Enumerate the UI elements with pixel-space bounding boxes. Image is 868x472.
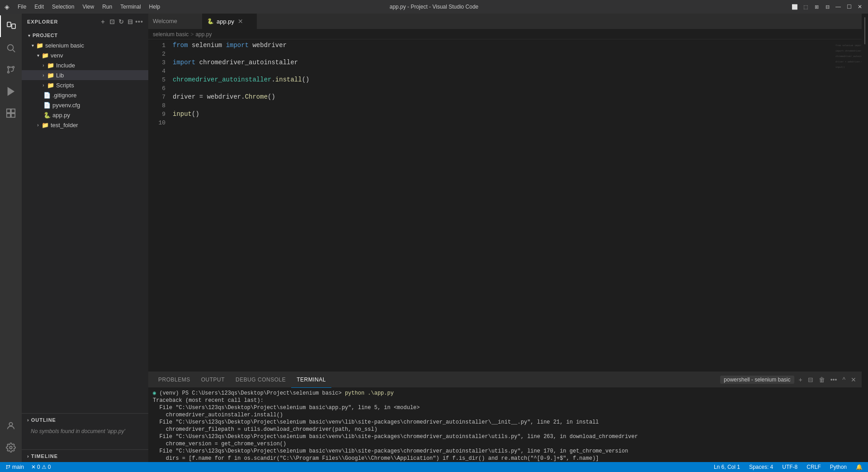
activity-search[interactable] <box>0 37 22 59</box>
app-py-tab-label: app.py <box>217 18 234 25</box>
file-tree: ▾ PROJECT ▾ 📁 selenium basic ▾ 📁 venv › … <box>22 29 148 413</box>
layout-btn2[interactable]: ⬚ <box>802 3 809 10</box>
scripts-expand-icon: › <box>40 83 47 88</box>
tab-app-py[interactable]: 🐍 app.py ✕ <box>203 14 257 29</box>
layout-btn[interactable]: ⬜ <box>791 3 798 10</box>
code-content[interactable]: from selenium import webdriver import ch… <box>171 39 835 372</box>
sidebar-header: EXPLORER + ⊡ ↻ ⊟ ••• <box>22 14 148 29</box>
code-line-9: input() <box>171 110 835 119</box>
svg-rect-9 <box>11 109 15 113</box>
tree-item-venv[interactable]: ▾ 📁 venv <box>22 50 148 60</box>
git-branch-item[interactable]: main <box>4 462 26 472</box>
code-editor[interactable]: 1 2 3 4 5 6 7 8 9 10 from selenium impor… <box>148 39 862 372</box>
maximize-btn[interactable]: ☐ <box>845 3 853 10</box>
menu-terminal[interactable]: Terminal <box>117 3 144 11</box>
tree-item-lib[interactable]: › 📁 Lib <box>22 70 148 80</box>
panel-tab-debug[interactable]: DEBUG CONSOLE <box>230 372 291 388</box>
folder-icon: 📁 <box>36 42 43 49</box>
split-terminal-btn[interactable]: ⊟ <box>807 375 814 384</box>
tree-item-scripts[interactable]: › 📁 Scripts <box>22 80 148 90</box>
panel-more-btn[interactable]: ••• <box>830 375 838 384</box>
status-right: Ln 6, Col 1 Spaces: 4 UTF-8 CRLF Python … <box>712 462 864 472</box>
git-icon <box>5 464 11 470</box>
tab-close-btn[interactable]: ✕ <box>237 17 244 26</box>
new-file-btn[interactable]: + <box>99 18 107 25</box>
warnings-count: 0 <box>48 464 51 470</box>
spaces-item[interactable]: Spaces: 4 <box>747 462 775 472</box>
panel-close-btn[interactable]: ✕ <box>850 375 857 384</box>
outline-empty-message: No symbols found in document 'app.py' <box>31 428 125 434</box>
timeline-section: › TIMELINE <box>22 449 148 462</box>
collapse-btn[interactable]: ⊟ <box>127 18 134 25</box>
cursor-position: Ln 6, Col 1 <box>714 464 740 470</box>
panel-tab-terminal[interactable]: TERMINAL <box>291 372 331 388</box>
tab-welcome[interactable]: Welcome <box>148 14 203 29</box>
breadcrumb-app-py[interactable]: app.py <box>195 31 212 38</box>
activity-explorer[interactable] <box>0 15 22 37</box>
svg-point-5 <box>13 67 14 68</box>
line-num-4: 4 <box>148 67 165 76</box>
panel-expand-btn[interactable]: ^ <box>841 375 846 384</box>
window-title: app.py - Project - Visual Studio Code <box>390 4 479 10</box>
close-btn[interactable]: ✕ <box>856 3 863 10</box>
pyvenv-label: pyvenv.cfg <box>52 102 80 109</box>
line-ending-item[interactable]: CRLF <box>805 462 822 472</box>
layout-btn4[interactable]: ⊟ <box>824 3 831 10</box>
folder-icon-venv: 📁 <box>42 52 49 59</box>
svg-point-13 <box>9 446 12 449</box>
terminal-line-1: ◉ (venv) PS C:\Users\123qs\Desktop\Proje… <box>153 390 857 397</box>
include-label: Include <box>56 62 75 69</box>
activity-run-debug[interactable] <box>0 81 22 102</box>
more-actions-btn[interactable]: ••• <box>136 18 143 25</box>
panel-tabs: PROBLEMS OUTPUT DEBUG CONSOLE TERMINAL p… <box>148 372 862 388</box>
refresh-btn[interactable]: ↻ <box>118 18 125 25</box>
tree-item-include[interactable]: › 📁 Include <box>22 60 148 70</box>
code-line-8 <box>171 101 835 110</box>
outline-expand-icon: › <box>27 417 29 423</box>
terminal-content[interactable]: ◉ (venv) PS C:\Users\123qs\Desktop\Proje… <box>148 388 862 462</box>
new-folder-btn[interactable]: ⊡ <box>108 18 116 25</box>
terminal-text-9: File "C:\Users\123qs\Desktop\Project\sel… <box>153 448 628 454</box>
project-heading[interactable]: ▾ PROJECT <box>22 30 148 40</box>
timeline-header[interactable]: › TIMELINE <box>22 450 148 462</box>
minimap: from selenium import webdriver import ch… <box>835 39 862 372</box>
activity-extensions[interactable] <box>0 102 22 124</box>
folder-icon-lib: 📁 <box>47 72 54 79</box>
menu-run[interactable]: Run <box>99 3 116 11</box>
layout-btn3[interactable]: ⊞ <box>813 3 820 10</box>
app-py-tab-icon: 🐍 <box>207 18 214 24</box>
notifications-item[interactable]: 🔔 <box>854 462 864 472</box>
errors-icon: ✕ <box>31 464 36 470</box>
activity-settings[interactable] <box>0 437 22 458</box>
tree-item-app-py[interactable]: 🐍 app.py <box>22 110 148 120</box>
errors-item[interactable]: ✕ 0 ⚠ 0 <box>29 462 52 472</box>
menu-selection[interactable]: Selection <box>48 3 78 11</box>
menu-help[interactable]: Help <box>146 3 164 11</box>
tree-item-pyvenv[interactable]: 📄 pyvenv.cfg <box>22 100 148 110</box>
svg-point-14 <box>6 468 7 469</box>
encoding-item[interactable]: UTF-8 <box>780 462 799 472</box>
svg-rect-1 <box>12 24 15 29</box>
activity-source-control[interactable] <box>0 59 22 81</box>
add-terminal-btn[interactable]: + <box>798 375 803 384</box>
terminal-line-5: File "C:\Users\123qs\Desktop\Project\sel… <box>153 419 857 426</box>
menu-file[interactable]: File <box>14 3 30 11</box>
minimize-btn[interactable]: — <box>835 3 842 10</box>
kill-terminal-btn[interactable]: 🗑 <box>818 375 826 384</box>
panel-tab-output[interactable]: OUTPUT <box>196 372 230 388</box>
terminal-line-6: chromedriver_filepath = utils.download_c… <box>153 426 857 433</box>
line-num-1: 1 <box>148 41 165 50</box>
scripts-label: Scripts <box>56 82 74 89</box>
language-item[interactable]: Python <box>828 462 849 472</box>
activity-account[interactable] <box>0 415 22 437</box>
tree-item-gitignore[interactable]: 📄 .gitignore <box>22 90 148 100</box>
cursor-pos-item[interactable]: Ln 6, Col 1 <box>712 462 742 472</box>
tabs-bar: Welcome 🐍 app.py ✕ <box>148 14 862 29</box>
tree-item-test-folder[interactable]: › 📁 test_folder <box>22 120 148 130</box>
panel-tab-problems[interactable]: PROBLEMS <box>153 372 196 388</box>
breadcrumb-selenium[interactable]: selenium basic <box>153 31 189 38</box>
menu-edit[interactable]: Edit <box>31 3 47 11</box>
outline-header[interactable]: › OUTLINE <box>22 414 148 426</box>
menu-view[interactable]: View <box>79 3 98 11</box>
tree-item-selenium-basic[interactable]: ▾ 📁 selenium basic <box>22 40 148 50</box>
